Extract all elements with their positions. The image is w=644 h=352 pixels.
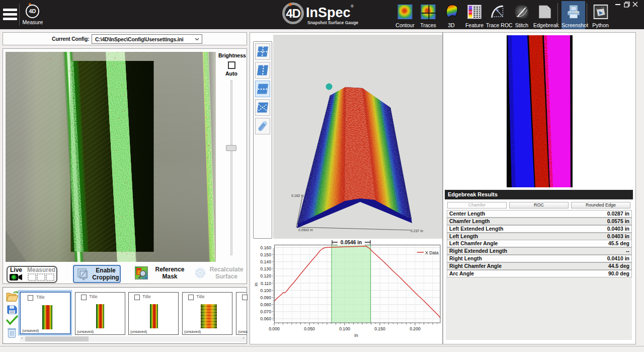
svg-text:0.130: 0.130 (260, 266, 271, 271)
svg-text:0.110: 0.110 (261, 281, 271, 286)
svg-text:X Data: X Data (425, 250, 439, 255)
svg-text:0.162 in: 0.162 in (291, 194, 304, 197)
svg-text:in: in (254, 283, 259, 286)
svg-text:0.090: 0.090 (260, 295, 271, 300)
svg-text:0.237 in: 0.237 in (411, 229, 423, 233)
svg-text:0.160: 0.160 (260, 245, 271, 250)
svg-text:0.0546 in: 0.0546 in (341, 240, 362, 245)
svg-text:0.080: 0.080 (260, 302, 271, 307)
svg-text:in: in (354, 332, 358, 338)
svg-text:0.120: 0.120 (260, 273, 271, 278)
svg-text:0.150: 0.150 (260, 252, 271, 257)
svg-text:0.150: 0.150 (374, 326, 385, 331)
svg-text:0.070: 0.070 (260, 309, 271, 314)
svg-text:0.100: 0.100 (260, 288, 271, 293)
svg-text:0.050: 0.050 (304, 326, 315, 331)
svg-text:0.0592 in: 0.0592 in (298, 228, 313, 232)
svg-text:0.140: 0.140 (260, 259, 271, 264)
svg-text:0.200: 0.200 (410, 326, 421, 331)
svg-text:0.000: 0.000 (269, 326, 280, 331)
svg-text:0.100: 0.100 (339, 326, 350, 331)
svg-text:0.060: 0.060 (260, 316, 271, 321)
